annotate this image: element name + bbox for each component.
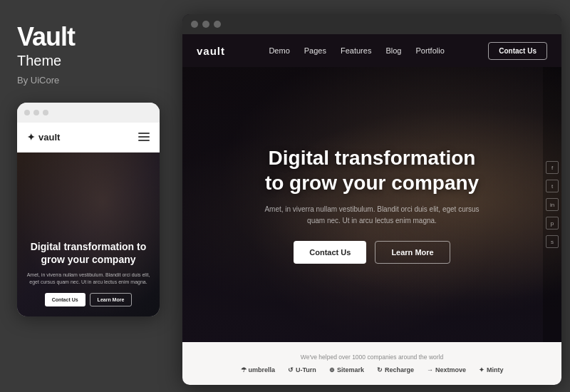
nav-link-portfolio[interactable]: Portfolio	[415, 46, 444, 55]
nav-link-pages[interactable]: Pages	[304, 46, 326, 55]
mobile-hero-title: Digital transformation to grow your comp…	[26, 240, 151, 266]
recharge-icon: ↻	[377, 366, 383, 373]
mobile-logo: ✦ vault	[27, 132, 60, 143]
footer-logo-minty: ✦Minty	[479, 366, 504, 373]
mobile-hero-desc: Amet, in viverra nullam vestibulum. Blan…	[26, 272, 151, 286]
browser-window: vault Demo Pages Features Blog Portfolio…	[182, 14, 561, 385]
mobile-dot-3	[43, 110, 48, 115]
hero-description: Amet, in viverra nullam vestibulum. Blan…	[258, 204, 486, 227]
hero-contact-button[interactable]: Contact Us	[294, 241, 366, 264]
hero-buttons: Contact Us Learn More	[294, 241, 450, 264]
mobile-hero: Digital transformation to grow your comp…	[17, 153, 160, 316]
mobile-dot-1	[24, 110, 30, 115]
hero-content: Digital transformation to grow your comp…	[182, 67, 561, 342]
hero-title-line1: Digital transformation	[269, 147, 476, 169]
mobile-dot-2	[33, 110, 39, 115]
left-panel: Vault Theme By UiCore ✦ vault Digital tr…	[0, 0, 177, 392]
browser-nav-logo: vault	[197, 45, 225, 57]
mobile-hamburger-icon[interactable]	[138, 133, 150, 141]
browser-dot-2	[202, 21, 209, 28]
nextmove-icon: →	[427, 366, 433, 373]
mobile-header: ✦ vault	[17, 123, 160, 153]
social-sidebar: f t in p s	[543, 67, 561, 342]
uturn-icon: ↺	[288, 366, 294, 373]
hero-title: Digital transformation to grow your comp…	[265, 145, 479, 195]
footer-logo-nextmove: →Nextmove	[427, 366, 466, 373]
theme-title: Vault	[17, 23, 75, 51]
browser-content: vault Demo Pages Features Blog Portfolio…	[182, 34, 561, 385]
browser-dot-3	[214, 21, 221, 28]
browser-nav-cta-button[interactable]: Contact Us	[488, 42, 547, 60]
browser-dot-1	[191, 21, 198, 28]
footer-trusted-text: We've helped over 1000 companies around …	[301, 354, 443, 361]
twitter-icon[interactable]: t	[546, 180, 559, 192]
browser-titlebar	[182, 14, 561, 34]
mobile-titlebar	[17, 103, 160, 123]
nav-link-features[interactable]: Features	[341, 46, 371, 55]
footer-logo-sitemark: ⊕Sitemark	[329, 366, 364, 373]
browser-nav: vault Demo Pages Features Blog Portfolio…	[182, 34, 561, 67]
hero-title-line2: to grow your company	[265, 172, 479, 194]
browser-nav-links: Demo Pages Features Blog Portfolio	[269, 46, 444, 55]
theme-by: By UiCore	[17, 75, 59, 86]
right-panel: vault Demo Pages Features Blog Portfolio…	[177, 0, 570, 392]
mobile-contact-button[interactable]: Contact Us	[45, 293, 86, 306]
mobile-buttons: Contact Us Learn More	[26, 293, 151, 306]
linkedin-icon[interactable]: in	[546, 198, 559, 211]
nav-link-blog[interactable]: Blog	[385, 46, 401, 55]
nav-link-demo[interactable]: Demo	[269, 46, 289, 55]
footer-logos: ☂umbrella ↺U-Turn ⊕Sitemark ↻Recharge →N…	[241, 366, 504, 373]
mobile-learn-button[interactable]: Learn More	[90, 293, 133, 306]
footer-logo-uturn: ↺U-Turn	[288, 366, 316, 373]
sitemark-icon: ⊕	[329, 366, 335, 373]
mobile-hero-content: Digital transformation to grow your comp…	[26, 240, 151, 306]
hero-learn-button[interactable]: Learn More	[375, 241, 450, 264]
theme-subtitle: Theme	[17, 53, 61, 69]
pinterest-icon[interactable]: p	[546, 217, 559, 229]
minty-icon: ✦	[479, 366, 484, 373]
browser-hero: Digital transformation to grow your comp…	[182, 67, 561, 342]
facebook-icon[interactable]: f	[546, 161, 559, 174]
browser-footer: We've helped over 1000 companies around …	[182, 342, 561, 385]
umbrella-icon: ☂	[241, 366, 247, 373]
share-icon[interactable]: s	[546, 235, 559, 248]
mobile-logo-star: ✦	[27, 132, 35, 143]
footer-logo-umbrella: ☂umbrella	[241, 366, 276, 373]
mobile-logo-text: vault	[38, 132, 60, 143]
footer-logo-recharge: ↻Recharge	[377, 366, 414, 373]
mobile-preview-card: ✦ vault Digital transformation to grow y…	[17, 103, 160, 316]
